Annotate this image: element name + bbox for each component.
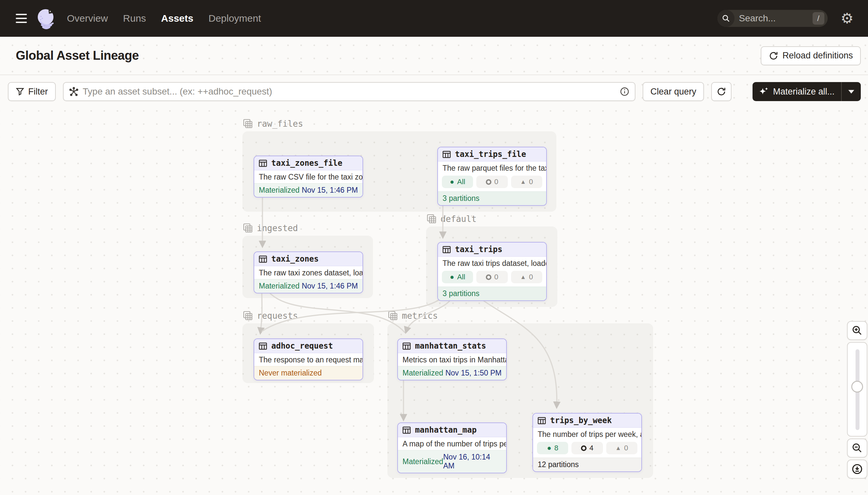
asset-description: The response to an request made in th...	[254, 353, 362, 366]
sparkle-icon	[759, 87, 769, 97]
nav-item-runs[interactable]: Runs	[123, 13, 146, 24]
pill-value: 4	[589, 444, 594, 452]
asset-group-icon	[388, 311, 398, 321]
dagster-logo[interactable]	[35, 7, 58, 30]
materialized-status: Materialized	[403, 457, 443, 466]
dagster-app: raw_files ingested default requests metr…	[0, 0, 868, 495]
filter-label: Filter	[28, 87, 48, 97]
zoom-slider-thumb[interactable]	[851, 381, 863, 393]
asset-name: taxi_trips_file	[455, 150, 526, 159]
asset-node-adhoc-request[interactable]: adhoc_request The response to an request…	[253, 338, 363, 380]
table-icon	[259, 342, 267, 351]
pill-value: 0	[494, 273, 498, 281]
info-icon[interactable]	[620, 87, 630, 97]
missing-triangle-icon: ▲	[520, 274, 526, 280]
clear-query-button[interactable]: Clear query	[643, 82, 704, 101]
group-name: requests	[257, 311, 298, 321]
asset-status-footer: Never materialized	[254, 366, 362, 380]
group-name: metrics	[402, 311, 438, 321]
nav-item-assets[interactable]: Assets	[161, 13, 193, 24]
group-name: ingested	[257, 223, 298, 233]
hamburger-menu-icon[interactable]	[16, 14, 27, 23]
asset-node-header: manhattan_map	[398, 423, 506, 437]
asset-subset-input[interactable]	[79, 86, 620, 97]
asset-node-header: adhoc_request	[254, 339, 362, 353]
failed-ring-icon	[486, 274, 491, 280]
group-label-default[interactable]: default	[427, 214, 477, 224]
group-label-metrics[interactable]: metrics	[388, 311, 438, 321]
pill-value: All	[457, 177, 465, 186]
asset-node-manhattan-map[interactable]: manhattan_map A map of the number of tri…	[397, 423, 507, 473]
failed-partitions-pill: 0	[476, 271, 508, 283]
asset-name: taxi_zones_file	[271, 158, 342, 168]
group-name: raw_files	[257, 119, 303, 129]
table-icon	[442, 150, 451, 159]
reload-definitions-label: Reload definitions	[782, 51, 853, 61]
asset-node-taxi-trips-file[interactable]: taxi_trips_file The raw parquet files fo…	[437, 147, 547, 206]
group-label-raw-files[interactable]: raw_files	[243, 119, 303, 129]
zoom-in-button[interactable]	[847, 321, 867, 340]
asset-node-taxi-trips[interactable]: taxi_trips The raw taxi trips dataset, l…	[437, 242, 547, 301]
filter-button[interactable]: Filter	[8, 82, 56, 101]
refresh-graph-button[interactable]	[711, 82, 731, 101]
group-label-requests[interactable]: requests	[243, 311, 298, 321]
refresh-icon	[768, 51, 778, 61]
zoom-out-button[interactable]	[847, 439, 867, 458]
materialized-status: Materialized	[403, 369, 443, 377]
nav-item-deployment[interactable]: Deployment	[208, 13, 261, 24]
download-image-button[interactable]	[847, 460, 867, 479]
refresh-icon	[716, 87, 726, 97]
materialized-status: Materialized	[259, 186, 300, 195]
page-title: Global Asset Lineage	[16, 49, 139, 63]
asset-node-header: trips_by_week	[533, 414, 641, 428]
missing-triangle-icon: ▲	[520, 179, 526, 185]
zoom-slider[interactable]	[847, 342, 867, 437]
partitions-count: 12 partitions	[538, 460, 579, 469]
asset-description: Metrics on taxi trips in Manhattan	[398, 353, 506, 366]
asset-node-header: taxi_zones	[254, 252, 362, 266]
failed-ring-icon	[581, 445, 587, 451]
asset-description: The raw CSV file for the taxi zones dat.…	[254, 170, 362, 183]
zoom-in-icon	[852, 325, 863, 336]
asset-node-trips-by-week[interactable]: trips_by_week The number of trips per we…	[532, 413, 642, 472]
nav-menu: Overview Runs Assets Deployment	[67, 13, 261, 24]
filter-funnel-icon	[16, 87, 24, 96]
gear-icon[interactable]: ⚙	[841, 11, 854, 25]
failed-ring-icon	[486, 179, 491, 185]
asset-node-taxi-zones-file[interactable]: taxi_zones_file The raw CSV file for the…	[253, 156, 363, 198]
clear-query-label: Clear query	[651, 87, 696, 97]
asset-node-manhattan-stats[interactable]: manhattan_stats Metrics on taxi trips in…	[397, 338, 507, 380]
group-label-ingested[interactable]: ingested	[243, 223, 298, 233]
asset-name: taxi_zones	[271, 254, 319, 263]
asset-node-header: taxi_trips	[438, 243, 546, 257]
asset-name: manhattan_stats	[415, 341, 486, 351]
asset-group-icon	[427, 214, 437, 224]
asset-status-footer: Materialized Nov 15, 1:46 PM	[254, 183, 362, 197]
zoom-out-icon	[852, 443, 863, 454]
global-search[interactable]: /	[718, 10, 828, 27]
failed-partitions-pill: 0	[476, 176, 508, 188]
pill-value: All	[457, 273, 465, 281]
asset-description: The raw parquet files for the taxi trips…	[438, 161, 546, 174]
materialized-partitions-pill: ●All	[442, 176, 473, 188]
asset-name: adhoc_request	[271, 341, 333, 351]
asset-description: A map of the number of trips per taxi z.…	[398, 437, 506, 450]
top-navigation-bar: Overview Runs Assets Deployment / ⚙	[0, 0, 868, 37]
reload-definitions-button[interactable]: Reload definitions	[761, 46, 861, 65]
asset-node-header: taxi_zones_file	[254, 156, 362, 170]
asset-status-footer: Materialized Nov 15, 1:46 PM	[254, 279, 362, 293]
asset-name: manhattan_map	[415, 425, 477, 434]
asset-group-icon	[243, 119, 253, 129]
asset-group-icon	[243, 311, 253, 321]
materialize-all-button[interactable]: Materialize all...	[752, 82, 841, 101]
asset-status-footer: Materialized Nov 15, 1:50 PM	[398, 366, 506, 380]
materialize-all-label: Materialize all...	[773, 87, 835, 97]
materialize-options-button[interactable]	[842, 82, 861, 101]
partition-health-pills: ●All 0 ▲0	[438, 174, 546, 191]
asset-subset-query[interactable]	[63, 82, 635, 101]
search-input[interactable]	[734, 13, 813, 24]
search-icon	[718, 10, 734, 27]
asset-node-taxi-zones[interactable]: taxi_zones The raw taxi zones dataset, l…	[253, 252, 363, 293]
materialized-dot-icon: ●	[450, 178, 454, 186]
nav-item-overview[interactable]: Overview	[67, 13, 108, 24]
